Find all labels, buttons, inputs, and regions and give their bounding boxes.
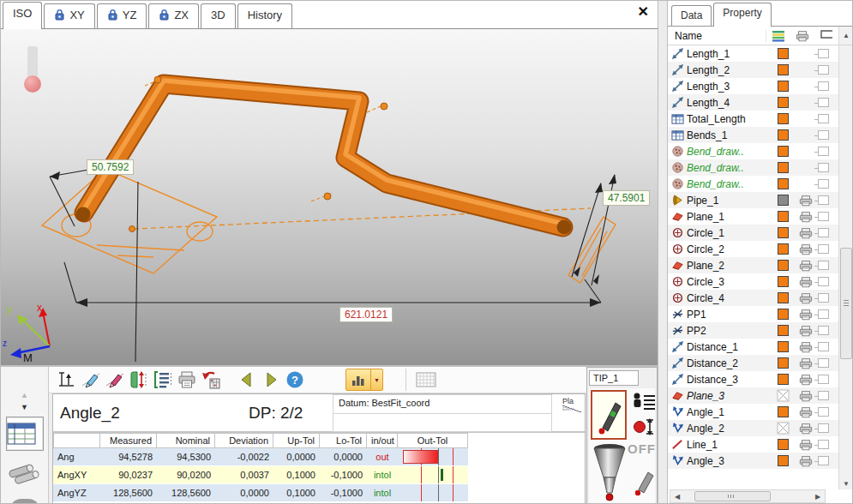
color-swatch[interactable]: [772, 389, 794, 402]
color-swatch[interactable]: [772, 455, 794, 466]
report-checkbox[interactable]: [818, 244, 838, 254]
edit-nominal-pencil-icon[interactable]: [80, 369, 102, 391]
color-swatch[interactable]: [772, 227, 794, 238]
view-tab-zx[interactable]: ZX: [148, 3, 199, 28]
pipes-view-button[interactable]: [6, 456, 44, 494]
property-item-row[interactable]: Distance_2: [668, 355, 838, 371]
property-item-row[interactable]: Circle_4: [668, 290, 838, 306]
property-item-row[interactable]: Line_1: [668, 436, 838, 453]
report-checkbox[interactable]: [818, 293, 838, 303]
report-checkbox[interactable]: [818, 147, 838, 156]
view-tab-xy[interactable]: XY: [44, 3, 94, 28]
sidebar-scroll-down-icon[interactable]: ▼: [1, 401, 48, 413]
color-swatch[interactable]: [772, 325, 794, 336]
color-swatch[interactable]: [772, 276, 794, 287]
layers-icon[interactable]: [766, 30, 790, 42]
property-item-row[interactable]: Bend_draw..: [668, 176, 838, 192]
print-icon[interactable]: [176, 369, 198, 391]
tab-data[interactable]: Data: [671, 5, 712, 26]
color-swatch[interactable]: [772, 48, 794, 59]
report-checkbox[interactable]: [818, 49, 838, 58]
prev-measure-button[interactable]: [236, 369, 258, 391]
report-checkbox[interactable]: [818, 65, 838, 75]
edit-list-icon[interactable]: [152, 369, 174, 391]
vertical-scrollbar[interactable]: ▼: [838, 45, 853, 489]
probe-ball-size-icon[interactable]: [632, 417, 656, 436]
property-item-row[interactable]: Angle_3: [668, 453, 838, 469]
report-checkbox[interactable]: [818, 342, 838, 351]
edit-actual-pencil-icon[interactable]: [104, 369, 126, 391]
recalculate-icon[interactable]: [200, 369, 222, 391]
report-checkbox[interactable]: [818, 179, 838, 189]
report-checkbox[interactable]: [818, 163, 838, 172]
sidebar-scroll-up-icon[interactable]: ▲: [1, 389, 48, 401]
measure-row-AngXY[interactable]: AngXY90,023790,02000,00370,1000-0,1000in…: [53, 466, 468, 484]
report-checkbox[interactable]: [818, 358, 838, 368]
color-swatch[interactable]: [772, 64, 794, 75]
color-swatch[interactable]: [772, 178, 794, 189]
color-swatch[interactable]: [772, 81, 794, 92]
report-checkbox[interactable]: [818, 423, 838, 433]
property-item-row[interactable]: Plane_2: [668, 257, 838, 273]
property-item-row[interactable]: Angle_2: [668, 420, 838, 436]
report-checkbox[interactable]: [818, 440, 838, 449]
chart-view-button[interactable]: ▼: [345, 369, 383, 391]
property-item-row[interactable]: PP1: [668, 306, 838, 322]
color-swatch[interactable]: [772, 129, 794, 141]
probe-config-icon[interactable]: [632, 392, 656, 411]
color-swatch[interactable]: [772, 260, 794, 271]
hscroll-thumb[interactable]: [694, 491, 771, 501]
sort-measures-icon[interactable]: [128, 369, 150, 391]
property-item-row[interactable]: Pipe_1: [668, 192, 838, 208]
property-item-row[interactable]: Length_4: [668, 94, 838, 111]
viewport-3d[interactable]: 50.7592 47.5901 621.0121 x y z M: [1, 29, 658, 365]
chart-view-dropdown[interactable]: ▼: [370, 369, 382, 390]
color-swatch[interactable]: [772, 97, 794, 108]
help-button[interactable]: ?: [284, 369, 306, 391]
report-checkbox[interactable]: [818, 212, 838, 221]
property-item-row[interactable]: Bend_draw..: [668, 143, 838, 159]
color-swatch[interactable]: [772, 211, 794, 222]
report-checkbox[interactable]: [818, 277, 838, 286]
report-checkbox[interactable]: [818, 261, 838, 270]
view-tab-yz[interactable]: YZ: [97, 3, 147, 28]
grid-view-button[interactable]: [405, 369, 436, 391]
color-swatch[interactable]: [772, 422, 794, 435]
spare-pen-icon[interactable]: [632, 465, 656, 500]
scroll-left-arrow[interactable]: ◀: [670, 493, 684, 501]
color-swatch[interactable]: [772, 309, 794, 320]
report-checkbox[interactable]: [818, 407, 838, 417]
property-item-row[interactable]: Circle_2: [668, 241, 838, 257]
color-swatch[interactable]: [772, 146, 794, 157]
view-tab-iso[interactable]: ISO: [3, 2, 42, 29]
plain-view-corner-icon[interactable]: Pla Elem: [562, 398, 581, 412]
scroll-down-arrow[interactable]: ▼: [839, 480, 853, 488]
report-checkbox[interactable]: [818, 391, 838, 400]
report-checkbox[interactable]: [818, 228, 838, 237]
results-table-button[interactable]: [6, 417, 44, 451]
color-swatch[interactable]: [772, 292, 794, 303]
probe-cone-icon[interactable]: [592, 443, 628, 504]
property-item-row[interactable]: Distance_3: [668, 371, 838, 387]
view-tab-3d[interactable]: 3D: [201, 3, 236, 28]
horizontal-scrollbar[interactable]: ◀ ▶: [670, 489, 826, 503]
property-item-row[interactable]: Plane_1: [668, 208, 838, 225]
property-item-row[interactable]: Bend_draw..: [668, 159, 838, 176]
property-item-row[interactable]: Circle_3: [668, 273, 838, 290]
report-checkbox[interactable]: [818, 130, 838, 140]
axis-chart-icon[interactable]: [56, 369, 78, 391]
next-tool-partial-icon[interactable]: [9, 499, 40, 504]
measure-row-Ang[interactable]: Ang94,527894,5300-0,00220,00000,0000out: [53, 448, 468, 466]
report-checkbox[interactable]: [818, 326, 838, 335]
tab-property[interactable]: Property: [713, 3, 771, 27]
report-checkbox[interactable]: [818, 114, 838, 123]
property-item-row[interactable]: Length_2: [668, 62, 838, 78]
color-swatch[interactable]: [772, 357, 794, 369]
property-item-row[interactable]: Length_3: [668, 78, 838, 94]
scroll-right-arrow[interactable]: ▶: [811, 493, 825, 501]
close-view-button[interactable]: ✕: [638, 5, 649, 19]
report-checkbox[interactable]: [818, 195, 838, 205]
property-item-row[interactable]: Circle_1: [668, 225, 838, 241]
vscroll-thumb[interactable]: [840, 248, 852, 359]
color-swatch[interactable]: [772, 374, 794, 385]
